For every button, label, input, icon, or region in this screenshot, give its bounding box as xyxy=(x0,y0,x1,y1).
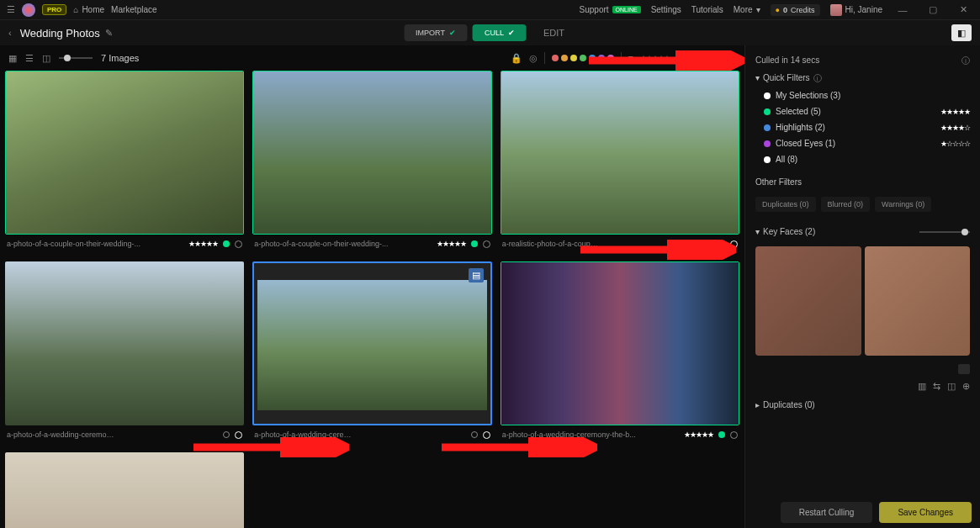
select-circle[interactable] xyxy=(730,240,738,248)
select-circle[interactable] xyxy=(483,240,490,248)
image-card[interactable]: a-realistic-photo-of-a-coup… xyxy=(501,71,739,253)
grid-view-icon[interactable]: ▦ xyxy=(8,53,17,64)
image-filename: a-photo-of-a-wedding-ceremo… xyxy=(7,430,218,439)
wand-icon[interactable]: ✦ xyxy=(728,53,736,64)
credits-badge[interactable]: ● 0 Credits xyxy=(771,4,820,16)
quick-filter-row[interactable]: Selected (5)★★★★★ xyxy=(755,103,970,119)
filter-icon[interactable]: ▽ xyxy=(684,53,691,64)
select-circle[interactable] xyxy=(483,431,490,439)
nav-support[interactable]: Support ONLINE xyxy=(580,5,641,14)
select-circle[interactable] xyxy=(235,431,242,439)
image-card[interactable]: a-photo-of-a-couple-on-their-wedding-...… xyxy=(5,71,244,253)
color-tag[interactable] xyxy=(718,240,725,247)
rating-filter[interactable]: ★★★★★ xyxy=(640,54,670,62)
duplicates-header[interactable]: ▸ Duplicates (0) xyxy=(755,395,970,414)
user-greeting[interactable]: Hi, Janine xyxy=(830,4,882,16)
import-button[interactable]: IMPORT ✔ xyxy=(404,24,468,41)
other-filters-header: Other Filters xyxy=(755,172,970,192)
stack-icon[interactable]: ▤ xyxy=(469,268,484,282)
image-filename: a-photo-of-a-wedding-cere… xyxy=(254,430,465,439)
nav-settings[interactable]: Settings xyxy=(651,5,681,14)
window-minimize-icon[interactable]: — xyxy=(893,5,913,15)
nav-marketplace[interactable]: Marketplace xyxy=(111,5,156,14)
select-circle[interactable] xyxy=(730,431,738,439)
restart-culling-button[interactable]: Restart Culling xyxy=(781,502,873,523)
target-icon[interactable]: ◎ xyxy=(529,53,538,64)
edit-title-icon[interactable]: ✎ xyxy=(105,28,113,39)
nav-tutorials[interactable]: Tutorials xyxy=(691,5,723,14)
image-card[interactable] xyxy=(5,452,244,528)
key-face-1[interactable] xyxy=(755,246,861,356)
rating-stars[interactable]: ★★★★★ xyxy=(684,430,713,439)
quick-filter-row[interactable]: Closed Eyes (1)★☆☆☆☆ xyxy=(755,135,970,151)
quick-filter-row[interactable]: Highlights (2)★★★★☆ xyxy=(755,119,970,135)
window-maximize-icon[interactable]: ▢ xyxy=(923,4,943,15)
page-title: Wedding Photos ✎ xyxy=(20,27,113,40)
image-count: 7 Images xyxy=(101,53,139,63)
app-logo xyxy=(22,3,35,17)
color-tag[interactable] xyxy=(223,240,230,247)
color-tag[interactable] xyxy=(718,431,725,438)
image-filename: a-photo-of-a-couple-on-their-wedding-... xyxy=(254,240,431,248)
grid-controls: ▦ ☰ ◫ 7 Images 🔒 ◎ = ★★★★★ ▽ ↑↓ ⚙ ✦ xyxy=(0,45,744,71)
info-icon[interactable]: i xyxy=(961,56,970,65)
color-tag[interactable] xyxy=(471,240,478,247)
face-tool2-icon[interactable]: ⇆ xyxy=(933,381,940,392)
filter-chip[interactable]: Duplicates (0) xyxy=(755,197,816,212)
back-icon[interactable]: ‹ xyxy=(8,28,12,38)
color-label-filter[interactable] xyxy=(552,55,614,61)
toolbar: ‹ Wedding Photos ✎ IMPORT ✔ CULL ✔ EDIT … xyxy=(0,20,980,45)
select-circle[interactable] xyxy=(235,240,242,248)
save-changes-button[interactable]: Save Changes xyxy=(879,502,972,523)
face-split-icon[interactable] xyxy=(958,364,970,374)
image-filename: a-photo-of-a-wedding-ceremony-the-b... xyxy=(502,430,679,439)
pro-badge: PRO xyxy=(42,4,66,15)
filter-chip[interactable]: Blurred (0) xyxy=(821,197,871,212)
nav-more[interactable]: More ▾ xyxy=(734,5,760,14)
color-tag[interactable] xyxy=(223,431,230,438)
key-faces-header[interactable]: ▾ Key Faces (2) xyxy=(755,222,970,241)
compare-view-icon[interactable]: ◫ xyxy=(42,53,50,64)
image-filename: a-realistic-photo-of-a-coup… xyxy=(502,240,713,248)
quick-filter-row[interactable]: My Selections (3) xyxy=(755,87,970,103)
titlebar: ☰ PRO ⌂ Home Marketplace Support ONLINE … xyxy=(0,0,980,20)
nav-home[interactable]: ⌂ Home xyxy=(73,5,104,14)
rating-stars[interactable]: ★★★★★ xyxy=(188,240,218,248)
face-tool1-icon[interactable]: ▥ xyxy=(918,381,926,392)
lock-icon[interactable]: 🔒 xyxy=(511,53,522,64)
gear-icon[interactable]: ⚙ xyxy=(713,53,722,64)
key-faces-slider[interactable] xyxy=(919,231,970,233)
sort-icon[interactable]: ↑↓ xyxy=(697,53,707,63)
filter-chip[interactable]: Warnings (0) xyxy=(875,197,931,212)
color-tag[interactable] xyxy=(471,431,478,438)
image-card[interactable]: a-photo-of-a-wedding-ceremony-the-b...★★… xyxy=(501,261,739,444)
list-view-icon[interactable]: ☰ xyxy=(25,53,34,64)
panel-toggle-icon[interactable]: ◧ xyxy=(951,24,972,41)
quick-filter-row[interactable]: All (8) xyxy=(755,151,970,167)
thumbnail-size-slider[interactable] xyxy=(59,57,93,59)
window-close-icon[interactable]: ✕ xyxy=(953,4,973,15)
image-card[interactable]: ▤a-photo-of-a-wedding-cere… xyxy=(252,261,491,444)
face-tool3-icon[interactable]: ◫ xyxy=(947,381,956,392)
image-card[interactable]: a-photo-of-a-couple-on-their-wedding-...… xyxy=(252,71,491,253)
sidebar: Culled in 14 secs i ▾ Quick Filters i My… xyxy=(744,45,980,528)
edit-button[interactable]: EDIT xyxy=(532,24,576,41)
quick-filters-header[interactable]: ▾ Quick Filters i xyxy=(755,68,970,87)
key-face-2[interactable] xyxy=(865,246,971,356)
cull-button[interactable]: CULL ✔ xyxy=(473,24,527,41)
menu-icon[interactable]: ☰ xyxy=(7,4,15,15)
image-filename: a-photo-of-a-couple-on-their-wedding-... xyxy=(7,240,183,248)
image-card[interactable]: a-photo-of-a-wedding-ceremo… xyxy=(5,261,244,444)
culled-status: Culled in 14 secs xyxy=(755,55,819,65)
face-tool4-icon[interactable]: ⊕ xyxy=(962,381,970,392)
equals-icon[interactable]: = xyxy=(628,53,633,63)
rating-stars[interactable]: ★★★★★ xyxy=(437,240,466,248)
